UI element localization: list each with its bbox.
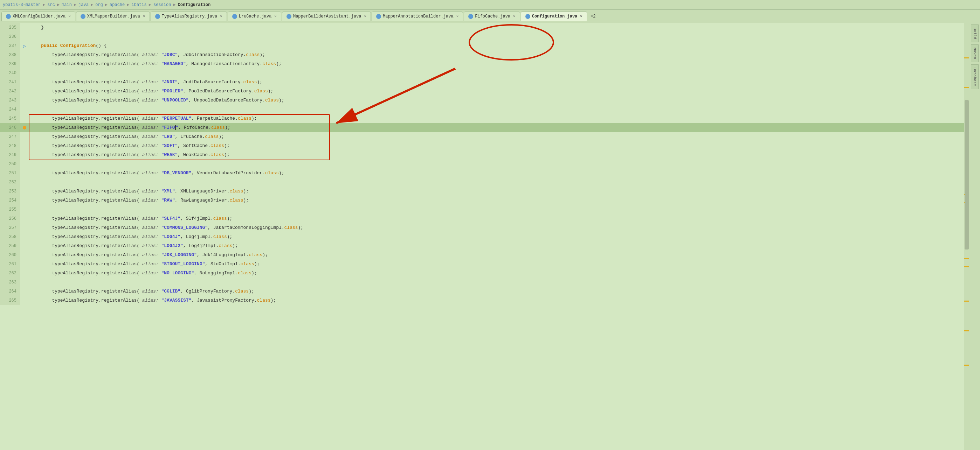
code-line-259: 259 typeAliasRegistry.registerAlias( ali…	[0, 241, 969, 250]
code-line-244: 244	[0, 105, 969, 114]
java-file-icon	[155, 14, 160, 19]
code-line-236: 236	[0, 32, 969, 41]
code-line-247: 247 typeAliasRegistry.registerAlias( ali…	[0, 132, 969, 141]
code-line-246: 246 typeAliasRegistry.registerAlias( ali…	[0, 123, 969, 132]
database-panel-tab[interactable]: Database	[971, 64, 978, 89]
code-line-263: 263	[0, 278, 969, 287]
code-editor[interactable]: 235 } 236 237 ▷ public Co	[0, 23, 969, 305]
bc-org[interactable]: org	[95, 2, 103, 7]
java-file-icon	[525, 14, 530, 19]
build-panel-tab[interactable]: Build	[971, 24, 978, 42]
close-tab-icon[interactable]: ×	[364, 14, 366, 19]
code-line-252: 252	[0, 178, 969, 187]
code-line-254: 254 typeAliasRegistry.registerAlias( ali…	[0, 196, 969, 205]
code-line-250: 250	[0, 160, 969, 169]
code-line-248: 248 typeAliasRegistry.registerAlias( ali…	[0, 141, 969, 151]
code-line-251: 251 typeAliasRegistry.registerAlias( ali…	[0, 169, 969, 178]
code-line-249: 249 typeAliasRegistry.registerAlias( ali…	[0, 151, 969, 160]
tab-typealiasregistry[interactable]: TypeAliasRegistry.java ×	[151, 11, 227, 21]
code-line-262: 262 typeAliasRegistry.registerAlias( ali…	[0, 269, 969, 278]
bc-main[interactable]: main	[62, 2, 72, 7]
code-line-245: 245 typeAliasRegistry.registerAlias( ali…	[0, 114, 969, 123]
code-line-242: 242 typeAliasRegistry.registerAlias( ali…	[0, 87, 969, 96]
java-file-icon	[468, 14, 473, 19]
close-tab-icon[interactable]: ×	[580, 14, 582, 19]
warning-dot	[23, 126, 26, 130]
code-line-243: 243 typeAliasRegistry.registerAlias( ali…	[0, 96, 969, 105]
code-line-237: 237 ▷ public Configuration() {	[0, 41, 969, 51]
code-line-256: 256 typeAliasRegistry.registerAlias( ali…	[0, 214, 969, 223]
code-line-241: 241 typeAliasRegistry.registerAlias( ali…	[0, 78, 969, 87]
code-line-260: 260 typeAliasRegistry.registerAlias( ali…	[0, 250, 969, 260]
bc-src[interactable]: src	[47, 2, 55, 7]
right-panel: Build Maven Database	[969, 23, 980, 450]
code-line-239: 239 typeAliasRegistry.registerAlias( ali…	[0, 60, 969, 68]
code-line-255: 255	[0, 205, 969, 214]
tab-configuration[interactable]: Configuration.java ×	[521, 11, 587, 21]
close-tab-icon[interactable]: ×	[68, 14, 71, 19]
code-line-257: 257 typeAliasRegistry.registerAlias( ali…	[0, 223, 969, 232]
tab-fifocache[interactable]: FifoCache.java ×	[464, 11, 520, 21]
code-line-265: 265 typeAliasRegistry.registerAlias( ali…	[0, 296, 969, 305]
tab-mapperbuilderassistant[interactable]: MapperBuilderAssistant.java ×	[282, 11, 371, 21]
tab-overflow[interactable]: ≡2	[588, 14, 598, 19]
close-tab-icon[interactable]: ×	[143, 14, 145, 19]
close-tab-icon[interactable]: ×	[513, 14, 515, 19]
code-line-258: 258 typeAliasRegistry.registerAlias( ali…	[0, 232, 969, 241]
code-line-264: 264 typeAliasRegistry.registerAlias( ali…	[0, 287, 969, 296]
java-file-icon	[286, 14, 291, 19]
code-line-235: 235 }	[0, 23, 969, 32]
code-line-261: 261 typeAliasRegistry.registerAlias( ali…	[0, 260, 969, 269]
bc-java[interactable]: java	[78, 2, 89, 7]
bookmark-icon: ▷	[23, 43, 26, 49]
code-line-240: 240	[0, 68, 969, 78]
bc-configuration[interactable]: Configuration	[178, 2, 211, 7]
tab-mapperannotationbuilder[interactable]: MapperAnnotationBuilder.java ×	[372, 11, 463, 21]
tab-lrucache[interactable]: LruCache.java ×	[228, 11, 281, 21]
tab-xmlmapperbuilder[interactable]: XMLMapperBuilder.java ×	[76, 11, 150, 21]
tab-xmlconfigbuilder[interactable]: XMLConfigBuilder.java ×	[2, 11, 75, 21]
bc-apache[interactable]: apache	[110, 2, 125, 7]
breadcrumb: ybatis-3-master ▶ src ▶ main ▶ java ▶ or…	[0, 0, 980, 10]
java-file-icon	[6, 14, 11, 19]
java-file-icon	[81, 14, 86, 19]
bc-project[interactable]: ybatis-3-master	[3, 2, 41, 7]
code-line-238: 238 typeAliasRegistry.registerAlias( ali…	[0, 51, 969, 60]
tab-bar: XMLConfigBuilder.java × XMLMapperBuilder…	[0, 10, 980, 23]
close-tab-icon[interactable]: ×	[457, 14, 459, 19]
bc-session[interactable]: session	[153, 2, 171, 7]
close-tab-icon[interactable]: ×	[274, 14, 277, 19]
close-tab-icon[interactable]: ×	[220, 14, 223, 19]
java-file-icon	[232, 14, 237, 19]
java-file-icon	[376, 14, 381, 19]
code-line-253: 253 typeAliasRegistry.registerAlias( ali…	[0, 187, 969, 196]
maven-panel-tab[interactable]: Maven	[971, 44, 978, 62]
bc-ibatis[interactable]: ibatis	[132, 2, 147, 7]
